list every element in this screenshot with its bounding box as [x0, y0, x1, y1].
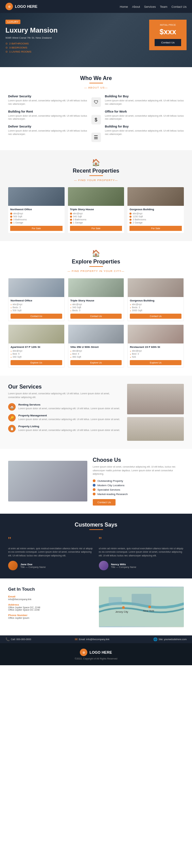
- choose-item-3: Market-leading Research: [93, 493, 184, 496]
- footer-site: 🌐 Site: yourwebsitehere.com: [153, 637, 187, 641]
- test-name-0: Jane Doe: [20, 563, 46, 566]
- service-title-2: Property Listing: [18, 425, 120, 428]
- test-card-0: " ut enim ad minim veniam, quis nostrud …: [8, 535, 93, 571]
- explore-btn-4[interactable]: Explore Us: [70, 360, 122, 365]
- who-right-item-1: Office for Work Lorem ipsum dolor sit am…: [105, 110, 184, 121]
- nav-services[interactable]: Services: [144, 5, 156, 8]
- choose-image: [8, 461, 87, 501]
- nav-team[interactable]: Team: [160, 5, 167, 8]
- explore-btn-1[interactable]: Contact Us: [70, 314, 122, 319]
- hero-price-box: INITIAL PRICE $xxx Contact Us: [149, 20, 187, 50]
- who-section: Who We Are ABOUT US Deliver Security Lor…: [0, 67, 192, 150]
- explore-card-1: Triple Story House abc@xyz 340 Sqft Beds…: [68, 278, 124, 321]
- test-quote-0: ": [8, 535, 93, 545]
- test-card-1: " ut enim ad minim veniam, quis nostrud …: [99, 535, 184, 571]
- testimonials-title: Customers Says: [8, 522, 184, 528]
- test-role-1: Title — Company Name: [111, 566, 136, 568]
- contact-section: Get In Touch Email info@thecompany.link …: [0, 578, 192, 635]
- who-right-col: Building for Buy Lorem ipsum dolor sit a…: [105, 95, 184, 136]
- contact-address-item: Address Office Jupiter Space DC, 2248 Of…: [8, 603, 93, 611]
- recent-btn-1[interactable]: For Sale: [70, 226, 122, 231]
- hero-section: LUXURY Luxury Mansion 9085 West Canal 7t…: [0, 13, 192, 67]
- choose-item-0: Outstanding Property: [93, 479, 184, 482]
- svg-text:New York: New York: [143, 609, 154, 612]
- choose-desc: Lorem ipsum dolor sit amet, consectetur …: [93, 465, 184, 476]
- logo-icon: ◎: [5, 3, 13, 10]
- service-icon-2: 📋: [8, 425, 16, 432]
- hero-tag: LUXURY: [5, 20, 20, 24]
- service-desc-0: Lorem ipsum dolor sit amet, consectetur …: [18, 407, 120, 410]
- who-right-item-2: Building for Buy Lorem ipsum dolor sit a…: [105, 125, 184, 136]
- svg-point-1: [122, 606, 125, 609]
- recent-section: 🏠 Recent Properties FIND YOUR PROPERTY N…: [0, 150, 192, 241]
- explore-btn-0[interactable]: Contact Us: [11, 314, 62, 319]
- prop-card-1: Triple Story House abc@xyz 340 Sqft 3 Ba…: [68, 187, 124, 233]
- service-desc-1: Lorem ipsum dolor sit amet, consectetur …: [18, 418, 120, 421]
- service-item-1: 🔑 Property Management Lorem ipsum dolor …: [8, 414, 122, 421]
- choose-section: Choose Us Lorem ipsum dolor sit amet, co…: [0, 449, 192, 514]
- choose-item-1: Modern City Locations: [93, 484, 184, 487]
- who-grid: Deliver Security Lorem ipsum dolor sit a…: [8, 95, 184, 142]
- recent-subtitle: FIND YOUR PROPERTY: [8, 179, 184, 182]
- choose-item-2: Specialist Services: [93, 488, 184, 491]
- who-icon-shield: 🛡: [91, 97, 101, 107]
- explore-card-3: Apartment 07 P 12th St abc@xyz Bed: 5 34…: [8, 324, 65, 368]
- feature-bedrooms: 3 BEDROOMS: [5, 46, 144, 49]
- who-icon-list: ☰: [91, 133, 101, 142]
- contact-phone-item: Phone Number Office Jupiter Ipsum: [8, 614, 93, 619]
- test-grid: " ut enim ad minim veniam, quis nostrud …: [8, 535, 184, 571]
- who-center-col: 🛡 $ ☰: [91, 95, 101, 142]
- hero-price-label: INITIAL PRICE: [155, 24, 181, 26]
- prop-card-2: Gorgeous Building abc@xyz 1230 Sqft 3 Ba…: [127, 187, 184, 233]
- footer-email: ✉ Email: info@thecompany.link: [75, 637, 109, 641]
- explore-btn-5[interactable]: Explore Us: [130, 360, 181, 365]
- recent-title: Recent Properties: [8, 168, 184, 174]
- prop-card-0: Northwest Office abc@xyz 500 Sqft 3 Bath…: [8, 187, 65, 233]
- choose-content: Choose Us Lorem ipsum dolor sit amet, co…: [93, 457, 184, 506]
- test-avatar-1: [99, 561, 108, 570]
- nav-contact[interactable]: Contact Us: [171, 5, 187, 8]
- service-title-0: Renting Services: [18, 403, 120, 406]
- explore-card-0: Northwest Office abc@xyz Beds: 3 500 Sqf…: [8, 278, 65, 321]
- test-text-0: ut enim ad minim veniam, quis nostrud ex…: [8, 547, 93, 558]
- footer-logo: ◎ LOGO HERE: [5, 649, 187, 656]
- test-avatar-0: [8, 561, 18, 570]
- explore-card-4: Villa 356 U 90th Street abc@xyz Bed: 4 4…: [68, 324, 124, 368]
- services-section: Our Services Lorem ipsum dolor sit amet,…: [0, 376, 192, 449]
- hero-text: LUXURY Luxury Mansion 9085 West Canal 7t…: [5, 20, 144, 54]
- feature-bathrooms: 2 BATHROOMS: [5, 42, 144, 45]
- footer-copy: ©2022, Copyright of All Rights Reserved: [5, 657, 187, 660]
- explore-section: 🏠 Explore Properties FIND PROPERTY IN YO…: [0, 241, 192, 376]
- footer-phone: 📞 Call: 000-000-0000: [5, 637, 31, 641]
- test-name-1: Nancy Mills: [111, 563, 136, 566]
- explore-btn-3[interactable]: Explore Us: [11, 360, 62, 365]
- who-right-item-0: Building for Buy Lorem ipsum dolor sit a…: [105, 95, 184, 106]
- service-icon-1: 🔑: [8, 414, 16, 421]
- logo-text: LOGO HERE: [15, 4, 37, 8]
- recent-btn-2[interactable]: For Sale: [129, 226, 182, 231]
- contact-email-item: Email info@thecompany.link: [8, 595, 93, 600]
- choose-contact-button[interactable]: Contact Us: [93, 499, 116, 506]
- hero-contact-button[interactable]: Contact Us: [155, 39, 181, 46]
- who-title: Who We Are: [8, 75, 184, 81]
- test-quote-1: ": [99, 535, 184, 545]
- service-icon-0: 🏠: [8, 403, 16, 411]
- explore-btn-2[interactable]: Contact Us: [130, 314, 181, 319]
- recent-btn-0[interactable]: For Sale: [10, 226, 63, 231]
- hero-price: $xxx: [155, 27, 181, 36]
- recent-grid: Northwest Office abc@xyz 500 Sqft 3 Bath…: [8, 187, 184, 233]
- svg-text:Jersey City: Jersey City: [115, 610, 128, 613]
- nav-home[interactable]: Home: [120, 5, 128, 8]
- explore-card-2: Gorgeous Building abc@xyz Beds: 3 3000 S…: [127, 278, 184, 321]
- service-desc-2: Lorem ipsum dolor sit amet, consectetur …: [18, 429, 120, 432]
- services-desc: Lorem ipsum dolor sit amet, consectetur …: [8, 392, 122, 399]
- explore-card-5: Restaurant 19 F 60th St abc@xyz Bed: 3 N…: [127, 324, 184, 368]
- hero-title: Luxury Mansion: [5, 26, 144, 34]
- footer-logo-icon: ◎: [80, 649, 87, 656]
- contact-title: Get In Touch: [8, 587, 93, 592]
- nav-about[interactable]: About: [132, 5, 140, 8]
- email-icon: ✉: [75, 637, 77, 641]
- choose-list: Outstanding Property Modern City Locatio…: [93, 479, 184, 496]
- service-item-2: 📋 Property Listing Lorem ipsum dolor sit…: [8, 425, 122, 432]
- services-title: Our Services: [8, 384, 122, 390]
